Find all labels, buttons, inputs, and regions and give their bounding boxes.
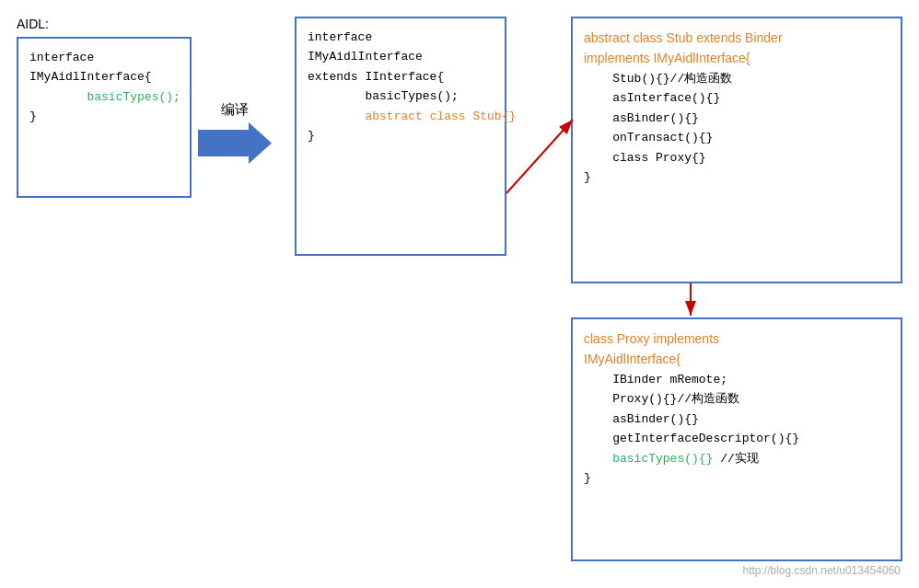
middle-stub-line: abstract class Stub{}	[336, 110, 516, 123]
translate-arrow: 编译	[198, 101, 272, 164]
aidl-code: interface IMyAidlInterface{ basicTypes()…	[29, 48, 179, 127]
middle-code: interface IMyAidlInterface extends IInte…	[308, 28, 494, 146]
arrow-middle-to-stub	[506, 120, 573, 193]
box-stub: abstract class Stub extends Binder imple…	[571, 17, 902, 283]
blue-arrow-icon	[198, 122, 272, 164]
box-middle: interface IMyAidlInterface extends IInte…	[295, 17, 506, 256]
proxy-header: class Proxy implements IMyAidlInterface{	[584, 329, 890, 370]
proxy-code: IBinder mRemote; Proxy(){}//构造函数 asBinde…	[584, 370, 890, 489]
aidl-line3: basicTypes();	[58, 90, 180, 104]
translate-arrow-container: 编译	[198, 101, 272, 164]
svg-marker-0	[198, 122, 272, 164]
stub-code: Stub(){}//构造函数 asInterface(){} asBinder(…	[584, 69, 890, 188]
aidl-line1: interface	[29, 51, 94, 64]
stub-header-line1: abstract class Stub extends Binder	[584, 30, 783, 45]
aidl-line4: }	[29, 110, 37, 123]
aidl-label: AIDL:	[17, 17, 49, 31]
proxy-header-line1: class Proxy implements	[584, 331, 719, 346]
stub-header-line2: implements IMyAidlInterface{	[584, 51, 750, 65]
watermark: http://blog.csdn.net/u013454060	[743, 564, 901, 577]
box-proxy: class Proxy implements IMyAidlInterface{…	[571, 317, 902, 561]
main-container: AIDL: interface IMyAidlInterface{ basicT…	[0, 0, 919, 588]
translate-label: 编译	[221, 101, 249, 119]
proxy-basic-types: basicTypes(){}	[584, 452, 713, 466]
box-aidl: interface IMyAidlInterface{ basicTypes()…	[17, 37, 192, 198]
stub-header: abstract class Stub extends Binder imple…	[584, 28, 890, 69]
proxy-header-line2: IMyAidlInterface{	[584, 352, 681, 366]
aidl-line2: IMyAidlInterface{	[29, 70, 152, 84]
